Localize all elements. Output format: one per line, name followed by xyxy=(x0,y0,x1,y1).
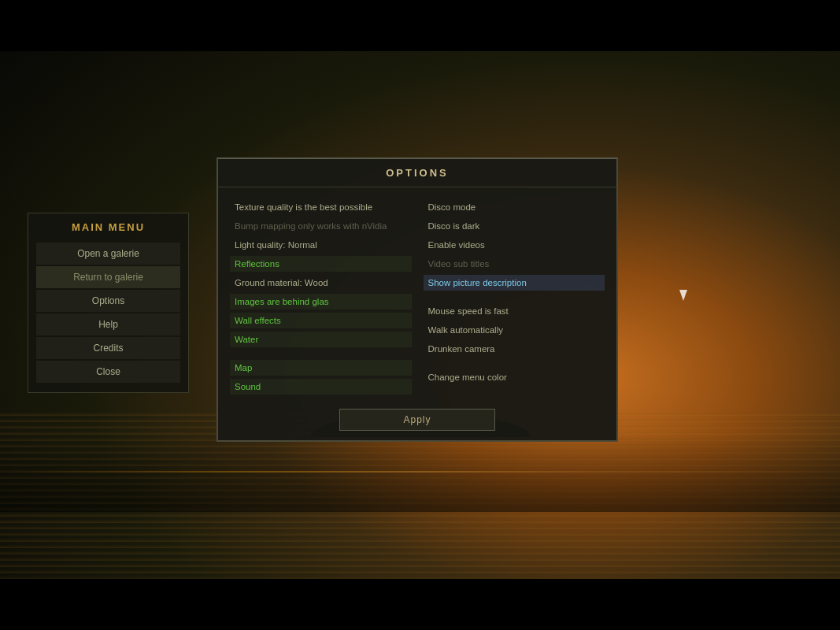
black-bar-top xyxy=(0,0,840,51)
enable-videos-option[interactable]: Enable videos xyxy=(424,237,605,253)
bump-mapping-option[interactable]: Bump mapping only works with nVidia xyxy=(230,218,412,234)
open-galerie-button[interactable]: Open a galerie xyxy=(36,243,180,265)
left-divider xyxy=(230,350,412,357)
sound-option[interactable]: Sound xyxy=(230,379,412,395)
right-divider1 xyxy=(424,294,605,300)
map-option[interactable]: Map xyxy=(230,360,412,376)
return-galerie-button[interactable]: Return to galerie xyxy=(36,266,180,288)
water-option[interactable]: Water xyxy=(230,332,412,347)
credits-button[interactable]: Credits xyxy=(36,337,180,359)
close-button[interactable]: Close xyxy=(36,361,180,383)
options-right-column: Disco mode Disco is dark Enable videos V… xyxy=(424,199,605,395)
wall-effects-option[interactable]: Wall effects xyxy=(230,313,412,328)
change-menu-color-option[interactable]: Change menu color xyxy=(424,369,605,385)
options-title: OPTIONS xyxy=(218,159,616,187)
texture-quality-option[interactable]: Texture quality is the best possible xyxy=(230,199,412,215)
disco-dark-option[interactable]: Disco is dark xyxy=(424,218,605,234)
options-button[interactable]: Options xyxy=(36,290,180,312)
options-left-column: Texture quality is the best possible Bum… xyxy=(230,199,412,395)
main-menu-title: MAIN MENU xyxy=(36,221,180,233)
reflections-option[interactable]: Reflections xyxy=(230,256,412,272)
main-menu: MAIN MENU Open a galerie Return to galer… xyxy=(28,213,189,393)
black-bar-bottom xyxy=(0,579,840,630)
images-behind-glas-option[interactable]: Images are behind glas xyxy=(230,294,412,309)
help-button[interactable]: Help xyxy=(36,313,180,335)
mouse-speed-option[interactable]: Mouse speed is fast xyxy=(424,303,605,319)
show-picture-description-option[interactable]: Show picture description xyxy=(424,275,605,291)
ground-material-option[interactable]: Ground material: Wood xyxy=(230,275,412,291)
video-subtitles-option[interactable]: Video sub titles xyxy=(424,256,605,272)
walk-automatically-option[interactable]: Walk automatically xyxy=(424,322,605,338)
options-dialog: OPTIONS Texture quality is the best poss… xyxy=(216,158,618,442)
drunken-camera-option[interactable]: Drunken camera xyxy=(424,341,605,357)
light-quality-option[interactable]: Light quality: Normal xyxy=(230,237,412,253)
right-divider2 xyxy=(424,360,605,366)
apply-row: Apply xyxy=(218,402,616,440)
disco-mode-option[interactable]: Disco mode xyxy=(424,199,605,215)
apply-button[interactable]: Apply xyxy=(339,409,494,431)
